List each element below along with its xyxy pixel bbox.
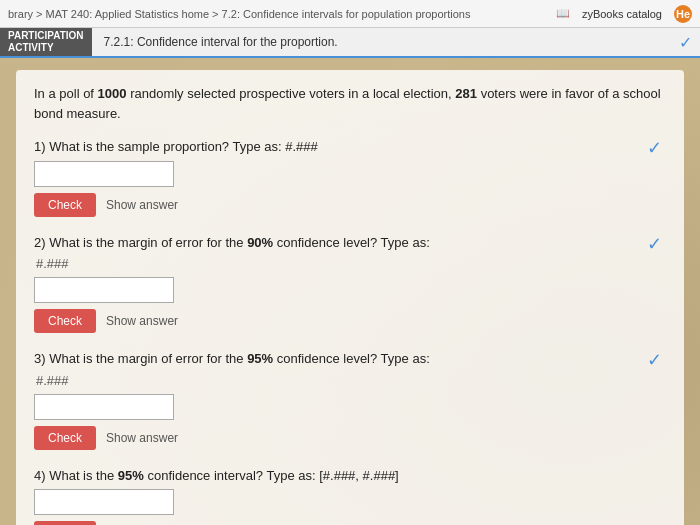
sub-header: PARTICIPATIONACTIVITY 7.2.1: Confidence … [0, 28, 700, 58]
intro-start: In a poll of [34, 86, 98, 101]
section-title: 7.2.1: Confidence interval for the propo… [92, 35, 350, 49]
q3-show-answer-button[interactable]: Show answer [106, 431, 178, 445]
q2-text-start: 2) What is the margin of error for the [34, 235, 247, 250]
q3-bold: 95% [247, 351, 273, 366]
q3-check-button[interactable]: Check [34, 426, 96, 450]
q2-show-answer-button[interactable]: Show answer [106, 314, 178, 328]
nav-right: 📖 zyBooks catalog He [556, 5, 692, 23]
q3-checkmark: ✓ [647, 349, 662, 371]
question-2-text: 2) What is the margin of error for the 9… [34, 233, 666, 253]
question-4-block: 4) What is the 95% confidence interval? … [34, 466, 666, 526]
question-4-text: 4) What is the 95% confidence interval? … [34, 466, 666, 486]
q1-input-row: Check Show answer [34, 193, 666, 217]
subheader-checkmark: ✓ [679, 33, 692, 52]
intro-bold1: 1000 [98, 86, 127, 101]
q2-input-display [34, 277, 174, 303]
q2-check-button[interactable]: Check [34, 309, 96, 333]
q3-input-display [34, 394, 174, 420]
book-icon: 📖 [556, 7, 570, 20]
question-3-text: 3) What is the margin of error for the 9… [34, 349, 666, 369]
q2-input-row: Check Show answer [34, 309, 666, 333]
q4-input-row: Check Show answer [34, 521, 666, 525]
q4-check-button[interactable]: Check [34, 521, 96, 525]
q1-number: 1) What is the sample proportion? Type a… [34, 139, 318, 154]
q4-bold: 95% [118, 468, 144, 483]
q2-bold: 90% [247, 235, 273, 250]
q4-text-start: 4) What is the [34, 468, 118, 483]
intro-mid: randomly selected prospective voters in … [127, 86, 456, 101]
content-card: In a poll of 1000 randomly selected pros… [16, 70, 684, 525]
q2-text-end: confidence level? Type as: [273, 235, 430, 250]
q1-check-button[interactable]: Check [34, 193, 96, 217]
question-2-block: 2) What is the margin of error for the 9… [34, 233, 666, 334]
main-content: In a poll of 1000 randomly selected pros… [0, 58, 700, 525]
zybooks-catalog-link[interactable]: zyBooks catalog [582, 8, 662, 20]
q1-input-display [34, 161, 174, 187]
q1-checkmark: ✓ [647, 137, 662, 159]
q3-input-row: Check Show answer [34, 426, 666, 450]
intro-bold2: 281 [455, 86, 477, 101]
q4-text-end: confidence interval? Type as: [#.###, #.… [144, 468, 399, 483]
intro-text: In a poll of 1000 randomly selected pros… [34, 84, 666, 123]
q2-format-hint: #.### [34, 256, 666, 271]
q4-input-display [34, 489, 174, 515]
question-1-block: 1) What is the sample proportion? Type a… [34, 137, 666, 217]
q2-checkmark: ✓ [647, 233, 662, 255]
help-button[interactable]: He [674, 5, 692, 23]
breadcrumb: brary > MAT 240: Applied Statistics home… [8, 8, 556, 20]
q3-format-hint: #.### [34, 373, 666, 388]
q3-text-start: 3) What is the margin of error for the [34, 351, 247, 366]
activity-label: PARTICIPATIONACTIVITY [0, 28, 92, 56]
question-1-text: 1) What is the sample proportion? Type a… [34, 137, 666, 157]
question-3-block: 3) What is the margin of error for the 9… [34, 349, 666, 450]
q3-text-end: confidence level? Type as: [273, 351, 430, 366]
top-nav: brary > MAT 240: Applied Statistics home… [0, 0, 700, 28]
q1-show-answer-button[interactable]: Show answer [106, 198, 178, 212]
